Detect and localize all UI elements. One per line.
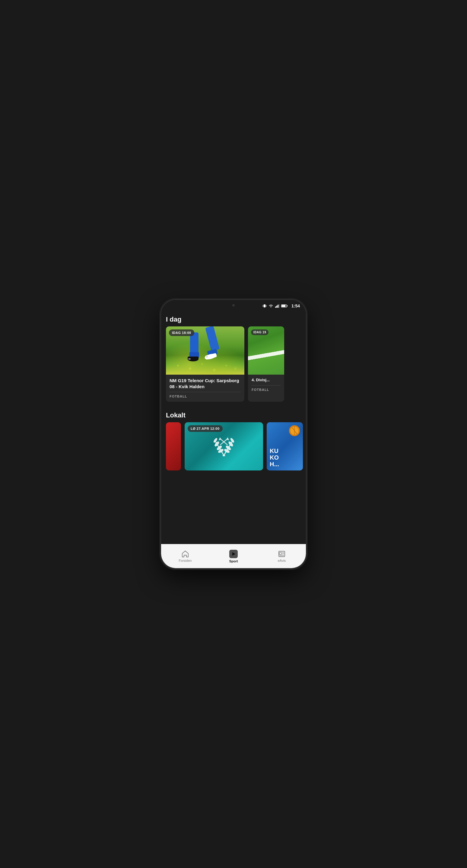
nav-forsiden-label: Forsiden xyxy=(179,559,192,562)
battery-icon xyxy=(281,304,288,308)
bottom-nav: Forsiden Sport eAvis xyxy=(161,544,306,568)
svg-point-11 xyxy=(189,367,191,370)
svg-rect-3 xyxy=(275,307,276,308)
svg-point-15 xyxy=(234,367,236,370)
card-4-divisjon[interactable]: IDAG 19 4. Divisj... FOTBALL xyxy=(248,327,284,402)
card-1-body: NM G19 Telenor Cup: Sarpsborg 08 - Kvik … xyxy=(166,375,244,402)
card-1-divider xyxy=(170,392,241,392)
svg-rect-2 xyxy=(266,305,266,307)
play-icon xyxy=(231,552,236,556)
card-2-title: 4. Divisj... xyxy=(252,378,281,383)
status-time: 1:54 xyxy=(291,304,300,308)
team-badge xyxy=(289,425,300,436)
lokalt-partial-img xyxy=(166,422,181,470)
lokalt-2-text: KUKOH... xyxy=(270,447,300,467)
home-icon xyxy=(181,550,189,558)
svg-rect-20 xyxy=(188,358,191,360)
svg-rect-5 xyxy=(278,305,279,308)
lokalt-partial-card xyxy=(166,422,181,470)
phone-frame: 1:54 I dag xyxy=(161,300,306,568)
signal-icon xyxy=(275,304,279,308)
team-badge-svg xyxy=(290,426,299,435)
svg-rect-47 xyxy=(279,553,282,555)
card-2-image: IDAG 19 xyxy=(248,327,284,375)
svg-point-14 xyxy=(225,365,227,367)
nav-sport[interactable]: Sport xyxy=(209,544,258,568)
camera-notch xyxy=(232,304,235,307)
svg-rect-21 xyxy=(205,327,220,351)
card-1-time-badge: IDAG 18:00 xyxy=(169,330,194,336)
card-nm-g19-image: IDAG 18:00 xyxy=(166,327,244,375)
newspaper-icon xyxy=(278,550,286,558)
svg-rect-8 xyxy=(287,305,288,307)
svg-rect-9 xyxy=(282,305,285,307)
svg-rect-40 xyxy=(223,455,225,456)
svg-point-10 xyxy=(177,365,179,367)
svg-point-13 xyxy=(213,369,216,372)
vibrate-icon xyxy=(262,304,267,308)
card-2-category: FOTBALL xyxy=(252,388,281,392)
lokalt-card-2[interactable]: KUKOH... xyxy=(267,422,303,470)
wifi-icon xyxy=(268,304,273,308)
card-2-time-badge: IDAG 19 xyxy=(251,330,268,335)
lokalt-cards-row[interactable]: LØ 27.APR 12:00 xyxy=(161,422,306,475)
lokalt-card-2-image: KUKOH... xyxy=(267,422,303,470)
today-cards-row[interactable]: IDAG 18:00 NM G19 Telenor Cup: Sarpsborg… xyxy=(161,327,306,407)
card-nm-g19[interactable]: IDAG 18:00 NM G19 Telenor Cup: Sarpsborg… xyxy=(166,327,244,402)
svg-marker-45 xyxy=(232,552,235,556)
today-section-header: I dag xyxy=(161,311,306,327)
nav-eavis-label: eAvis xyxy=(278,559,286,562)
card-2-body: 4. Divisj... FOTBALL xyxy=(248,375,284,395)
lokalt-card-1[interactable]: LØ 27.APR 12:00 xyxy=(185,422,263,470)
svg-rect-1 xyxy=(263,305,263,307)
local-section-header: Lokalt xyxy=(161,407,306,422)
status-icons: 1:54 xyxy=(262,304,300,308)
svg-point-12 xyxy=(201,363,203,365)
play-icon-wrapper xyxy=(229,550,238,558)
nav-eavis[interactable]: eAvis xyxy=(258,544,306,568)
lokalt-1-time-badge: LØ 27.APR 12:00 xyxy=(188,425,223,432)
lokalt-card-1-image: LØ 27.APR 12:00 xyxy=(185,422,263,470)
card-1-category: FOTBALL xyxy=(170,395,241,398)
phone-screen: 1:54 I dag xyxy=(161,300,306,568)
card-1-title: NM G19 Telenor Cup: Sarpsborg 08 - Kvik … xyxy=(170,378,241,390)
lokalt-blue-bg: KUKOH... xyxy=(267,422,303,470)
content-area[interactable]: I dag xyxy=(161,311,306,544)
wreath-svg xyxy=(209,431,239,461)
nav-sport-label: Sport xyxy=(229,559,238,563)
svg-rect-25 xyxy=(206,356,208,358)
svg-rect-6 xyxy=(279,304,279,308)
svg-rect-4 xyxy=(276,306,277,308)
svg-rect-0 xyxy=(264,304,265,307)
nav-forsiden[interactable]: Forsiden xyxy=(161,544,209,568)
card-2-divider xyxy=(252,385,281,385)
